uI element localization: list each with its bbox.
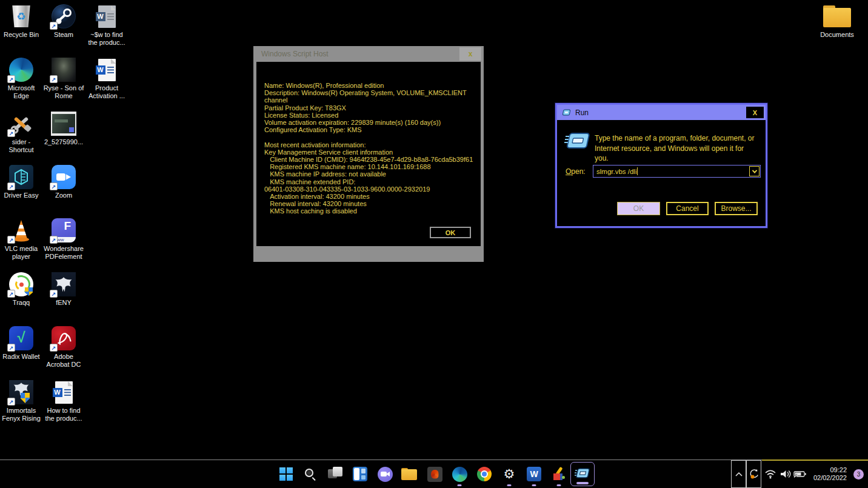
word-temp-file-icon: W: [98, 5, 116, 28]
run-ok-button[interactable]: OK: [617, 202, 660, 215]
tray-update-sync-button[interactable]: [746, 460, 761, 488]
desktop-icon-how-to-find[interactable]: W How to find the produc...: [42, 379, 85, 423]
shortcut-arrow-icon: [7, 182, 15, 190]
chevron-down-icon: [752, 168, 756, 173]
run-close-button[interactable]: X: [746, 107, 764, 118]
desktop-icon-product-activation[interactable]: W Product Activation ...: [85, 57, 128, 100]
desktop-icon-image-file[interactable]: 2_5275990...: [42, 111, 85, 146]
run-dialog-title: Run: [575, 109, 589, 117]
run-open-input[interactable]: slmgr.vbs /dli: [593, 165, 761, 178]
run-window-icon: [562, 109, 571, 116]
wsh-dialog: Windows Script Host x Name: Windows(R), …: [253, 46, 484, 262]
battery-charging-icon: [793, 470, 807, 478]
speaker-icon: [780, 469, 791, 479]
desktop-icon-driver-easy[interactable]: Driver Easy: [0, 164, 42, 199]
icon-label: ~$w to find the produc...: [85, 31, 128, 47]
shortcut-arrow-icon: [50, 75, 58, 83]
taskbar-edge-button[interactable]: [447, 461, 472, 487]
shortcut-arrow-icon: [50, 22, 58, 30]
tray-show-hidden-button[interactable]: [731, 460, 746, 488]
taskbar-start-button[interactable]: [274, 461, 298, 487]
run-cancel-button[interactable]: Cancel: [666, 202, 709, 215]
desktop-icon-feny[interactable]: fENY: [42, 272, 85, 307]
desktop-icon-steam[interactable]: Steam: [42, 4, 85, 39]
shortcut-arrow-icon: [50, 290, 58, 298]
tray-time: 09:22: [830, 466, 847, 474]
taskbar-chat-button[interactable]: [373, 461, 397, 487]
shortcut-arrow-icon: [50, 182, 58, 190]
desktop-icon-documents[interactable]: Documents: [816, 4, 858, 39]
word-icon: W: [527, 467, 541, 481]
wifi-icon: [764, 469, 776, 479]
sync-update-icon: [749, 469, 760, 480]
taskbar-widgets-button[interactable]: [348, 461, 372, 487]
run-program-icon: [564, 132, 590, 151]
file-explorer-icon: [401, 468, 417, 480]
edge-icon: [452, 467, 467, 482]
desktop-icon-immortals[interactable]: Immortals Fenyx Rising: [0, 379, 42, 423]
run-open-label: Open:: [566, 167, 586, 176]
chevron-up-icon: [734, 470, 744, 478]
wsh-titlebar[interactable]: Windows Script Host x: [256, 46, 481, 62]
icon-label: Radix Wallet: [2, 353, 39, 361]
taskbar-search-button[interactable]: [298, 461, 322, 487]
tray-battery-button[interactable]: [792, 460, 808, 488]
icon-label: Driver Easy: [4, 192, 39, 199]
wsh-close-button[interactable]: x: [459, 47, 481, 61]
desktop-icon-recycle-bin[interactable]: Recycle Bin: [0, 4, 42, 39]
shortcut-arrow-icon: [7, 344, 15, 352]
shortcut-arrow-icon: [7, 129, 15, 137]
desktop-icon-microsoft-edge[interactable]: Microsoft Edge: [0, 57, 42, 100]
taskbar-task-view-button[interactable]: [323, 461, 347, 487]
taskbar-file-explorer-button[interactable]: [397, 461, 421, 487]
icon-label: Documents: [820, 31, 854, 39]
office-icon: [427, 467, 442, 482]
desktop-icon-vlc[interactable]: VLC media player: [0, 218, 42, 261]
taskbar-chrome-button[interactable]: [472, 461, 496, 487]
desktop-icon-pdfelement[interactable]: w Wondershare PDFelement: [42, 218, 85, 261]
icon-label: Zoom: [55, 192, 72, 199]
icon-label: sider - Shortcut: [0, 138, 42, 154]
icon-label: How to find the produc...: [42, 407, 85, 423]
shortcut-arrow-icon: [7, 398, 15, 406]
desktop-icon-radix-wallet[interactable]: Radix Wallet: [0, 326, 42, 361]
tray-volume-button[interactable]: [778, 460, 792, 488]
taskbar-run-button-active[interactable]: [570, 462, 595, 486]
desktop-icon-acrobat[interactable]: Adobe Acrobat DC: [42, 326, 85, 369]
icon-label: Adobe Acrobat DC: [42, 353, 85, 369]
windows-start-icon: [279, 467, 293, 481]
shortcut-arrow-icon: [7, 290, 15, 298]
run-dialog: Run X Type the name of a program, folder…: [555, 103, 767, 228]
desktop-icon-traqq[interactable]: Traqq: [0, 272, 42, 307]
desktop-icon-word-temp[interactable]: W ~$w to find the produc...: [85, 4, 128, 47]
icon-label: Wondershare PDFelement: [42, 245, 85, 261]
icon-label: fENY: [56, 299, 72, 307]
desktop-icon-ryse[interactable]: Ryse - Son of Rome: [42, 57, 85, 100]
task-view-icon: [328, 467, 342, 481]
desktop-icon-zoom[interactable]: Zoom: [42, 164, 85, 199]
tray-clock[interactable]: 09:22 02/02/2022: [813, 460, 847, 488]
taskbar-paint3d-button[interactable]: [547, 461, 571, 487]
taskbar: ⚙ W: [0, 460, 868, 488]
desktop-icon-sider[interactable]: sider - Shortcut: [0, 111, 42, 154]
notification-badge[interactable]: 3: [853, 469, 864, 480]
run-dropdown-button[interactable]: [749, 166, 760, 176]
wsh-ok-button[interactable]: OK: [430, 227, 471, 238]
run-browse-button[interactable]: Browse...: [715, 202, 758, 215]
running-indicator: [532, 484, 536, 486]
taskbar-office-button[interactable]: [422, 461, 447, 487]
run-prompt-text: Type the name of a program, folder, docu…: [595, 133, 756, 164]
taskbar-settings-button[interactable]: ⚙: [497, 461, 521, 487]
run-titlebar[interactable]: Run X: [557, 105, 766, 120]
taskbar-word-button[interactable]: W: [522, 461, 546, 487]
tray-wifi-button[interactable]: [763, 460, 778, 488]
documents-folder-icon: [823, 5, 851, 27]
icon-label: 2_5275990...: [44, 138, 83, 146]
icon-label: Immortals Fenyx Rising: [0, 407, 42, 423]
shortcut-arrow-icon: [50, 236, 58, 244]
icon-label: Product Activation ...: [85, 84, 128, 100]
shortcut-arrow-icon: [50, 344, 58, 352]
search-icon: [304, 467, 317, 481]
running-indicator: [557, 484, 561, 486]
running-indicator: [458, 484, 462, 486]
